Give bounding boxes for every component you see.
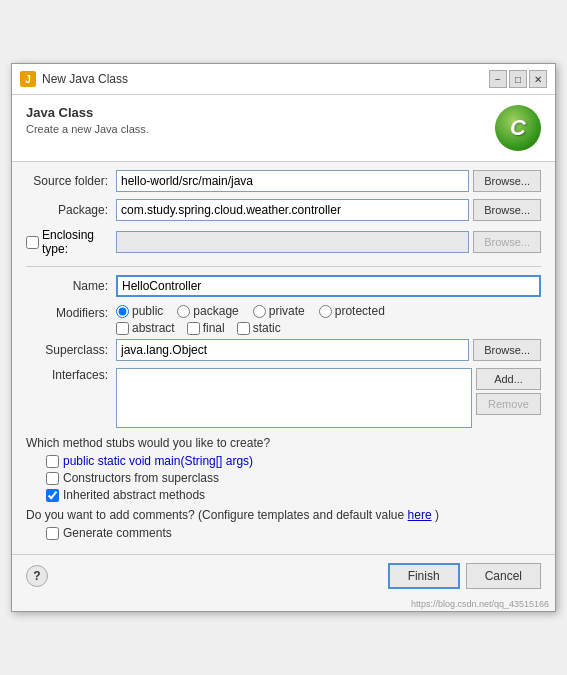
eclipse-logo: C xyxy=(495,105,541,151)
stub-constructors-label: Constructors from superclass xyxy=(63,471,219,485)
modifier-static-label: static xyxy=(253,321,281,335)
enclosing-type-input[interactable] xyxy=(116,231,469,253)
stub-inherited-label: Inherited abstract methods xyxy=(63,488,205,502)
remove-interface-button[interactable]: Remove xyxy=(476,393,541,415)
cancel-button[interactable]: Cancel xyxy=(466,563,541,589)
dialog-heading: Java Class xyxy=(26,105,149,120)
modifier-static[interactable]: static xyxy=(237,321,281,335)
name-input[interactable] xyxy=(116,275,541,297)
dialog-title: New Java Class xyxy=(42,72,128,86)
modifiers-label: Modifiers: xyxy=(26,304,116,320)
interfaces-buttons: Add... Remove xyxy=(476,368,541,415)
modifier-private[interactable]: private xyxy=(253,304,305,318)
title-bar-left: J New Java Class xyxy=(20,71,128,87)
interfaces-row: Interfaces: Add... Remove xyxy=(26,368,541,428)
modifiers-radio-group: public package private protected xyxy=(116,304,385,318)
watermark: https://blog.csdn.net/qq_43515166 xyxy=(12,597,555,611)
separator-1 xyxy=(26,266,541,267)
comments-configure-link[interactable]: here xyxy=(408,508,432,522)
stub-inherited-checkbox[interactable] xyxy=(46,489,59,502)
modifier-protected-label: protected xyxy=(335,304,385,318)
modifier-package-radio[interactable] xyxy=(177,305,190,318)
maximize-button[interactable]: □ xyxy=(509,70,527,88)
header-section: Java Class Create a new Java class. C xyxy=(12,95,555,162)
enclosing-type-row: Enclosing type: Browse... xyxy=(26,228,541,256)
enclosing-type-checkbox[interactable] xyxy=(26,236,39,249)
superclass-input[interactable] xyxy=(116,339,469,361)
header-text: Java Class Create a new Java class. xyxy=(26,105,149,135)
generate-comments-label: Generate comments xyxy=(63,526,172,540)
superclass-label: Superclass: xyxy=(26,343,116,357)
modifier-final-checkbox[interactable] xyxy=(187,322,200,335)
modifiers-options: public package private protected xyxy=(116,304,385,335)
modifier-final[interactable]: final xyxy=(187,321,225,335)
superclass-browse-button[interactable]: Browse... xyxy=(473,339,541,361)
modifier-public[interactable]: public xyxy=(116,304,163,318)
comments-title-text: Do you want to add comments? (Configure … xyxy=(26,508,404,522)
name-label: Name: xyxy=(26,279,116,293)
comments-title-suffix: ) xyxy=(435,508,439,522)
stub-main-checkbox[interactable] xyxy=(46,455,59,468)
package-row: Package: Browse... xyxy=(26,199,541,221)
source-folder-row: Source folder: Browse... xyxy=(26,170,541,192)
enclosing-type-label: Enclosing type: xyxy=(42,228,108,256)
modifier-final-label: final xyxy=(203,321,225,335)
stub-main-label: public static void main(String[] args) xyxy=(63,454,253,468)
name-row: Name: xyxy=(26,275,541,297)
package-input[interactable] xyxy=(116,199,469,221)
minimize-button[interactable]: − xyxy=(489,70,507,88)
stubs-section: Which method stubs would you like to cre… xyxy=(26,436,541,502)
stubs-title: Which method stubs would you like to cre… xyxy=(26,436,541,450)
modifier-static-checkbox[interactable] xyxy=(237,322,250,335)
comments-section: Do you want to add comments? (Configure … xyxy=(26,508,541,540)
modifier-public-radio[interactable] xyxy=(116,305,129,318)
close-button[interactable]: ✕ xyxy=(529,70,547,88)
stub-constructors-checkbox[interactable] xyxy=(46,472,59,485)
title-bar: J New Java Class − □ ✕ xyxy=(12,64,555,95)
stub-constructors[interactable]: Constructors from superclass xyxy=(46,471,541,485)
comments-title: Do you want to add comments? (Configure … xyxy=(26,508,541,522)
interfaces-label: Interfaces: xyxy=(26,368,116,382)
new-java-class-dialog: J New Java Class − □ ✕ Java Class Create… xyxy=(11,63,556,612)
stubs-options: public static void main(String[] args) C… xyxy=(26,454,541,502)
dialog-icon: J xyxy=(20,71,36,87)
footer-right: Finish Cancel xyxy=(388,563,541,589)
modifier-abstract[interactable]: abstract xyxy=(116,321,175,335)
dialog-subtitle: Create a new Java class. xyxy=(26,123,149,135)
source-folder-input[interactable] xyxy=(116,170,469,192)
generate-comments[interactable]: Generate comments xyxy=(46,526,541,540)
stub-main[interactable]: public static void main(String[] args) xyxy=(46,454,541,468)
help-button[interactable]: ? xyxy=(26,565,48,587)
modifier-private-label: private xyxy=(269,304,305,318)
source-folder-browse-button[interactable]: Browse... xyxy=(473,170,541,192)
modifier-package-label: package xyxy=(193,304,238,318)
source-folder-label: Source folder: xyxy=(26,174,116,188)
interfaces-textarea[interactable] xyxy=(116,368,472,428)
finish-button[interactable]: Finish xyxy=(388,563,460,589)
modifier-package[interactable]: package xyxy=(177,304,238,318)
title-controls: − □ ✕ xyxy=(489,70,547,88)
generate-comments-checkbox[interactable] xyxy=(46,527,59,540)
add-interface-button[interactable]: Add... xyxy=(476,368,541,390)
modifier-public-label: public xyxy=(132,304,163,318)
comments-options: Generate comments xyxy=(26,526,541,540)
footer: ? Finish Cancel xyxy=(12,554,555,597)
modifiers-checkbox-group: abstract final static xyxy=(116,321,385,335)
modifier-private-radio[interactable] xyxy=(253,305,266,318)
modifier-abstract-label: abstract xyxy=(132,321,175,335)
modifier-abstract-checkbox[interactable] xyxy=(116,322,129,335)
stub-inherited[interactable]: Inherited abstract methods xyxy=(46,488,541,502)
modifiers-row: Modifiers: public package private xyxy=(26,304,541,335)
superclass-row: Superclass: Browse... xyxy=(26,339,541,361)
footer-left: ? xyxy=(26,565,48,587)
modifier-protected-radio[interactable] xyxy=(319,305,332,318)
package-browse-button[interactable]: Browse... xyxy=(473,199,541,221)
modifier-protected[interactable]: protected xyxy=(319,304,385,318)
form-body: Source folder: Browse... Package: Browse… xyxy=(12,162,555,554)
enclosing-type-label-container: Enclosing type: xyxy=(26,228,116,256)
package-label: Package: xyxy=(26,203,116,217)
enclosing-type-browse-button[interactable]: Browse... xyxy=(473,231,541,253)
